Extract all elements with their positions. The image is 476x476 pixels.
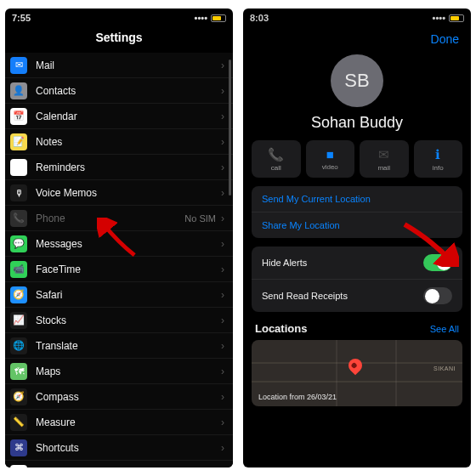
settings-row-measure[interactable]: 📏Measure› [5, 410, 233, 435]
row-label: Measure [36, 416, 221, 428]
info-action[interactable]: ℹ info [414, 140, 463, 178]
settings-row-phone[interactable]: 📞PhoneNo SIM› [5, 206, 233, 231]
call-action[interactable]: 📞 call [252, 140, 301, 178]
row-label: Contacts [36, 85, 221, 97]
row-label: FaceTime [36, 264, 221, 275]
phone-icon: 📞 [268, 147, 284, 162]
mail-icon: ✉ [378, 147, 389, 162]
status-bar: 7:55 •••• [5, 8, 233, 27]
status-bar: 8:03 •••• [243, 8, 471, 27]
row-label: Messages [36, 238, 221, 250]
action-grid: 📞 call ■ video ✉ mail ℹ info [243, 140, 471, 178]
action-label: info [433, 164, 444, 172]
options-card: Hide Alerts Send Read Receipts [252, 246, 462, 312]
send-read-toggle[interactable] [423, 287, 452, 304]
messages-icon: 💬 [10, 235, 27, 252]
battery-icon [449, 14, 464, 22]
chevron-right-icon: › [221, 212, 224, 224]
send-read-row: Send Read Receipts [252, 280, 462, 312]
chevron-right-icon: › [221, 289, 224, 301]
settings-row-notes[interactable]: 📝Notes› [5, 129, 233, 155]
avatar[interactable]: SB [331, 54, 383, 107]
row-label: Safari [36, 289, 221, 301]
status-time: 8:03 [250, 13, 269, 23]
locations-header: Locations See All [243, 322, 471, 335]
battery-icon [211, 14, 226, 22]
done-button[interactable]: Done [431, 32, 459, 46]
reminders-icon: ☑ [10, 159, 27, 176]
settings-row-stocks[interactable]: 📈Stocks› [5, 308, 233, 333]
signal-icon: •••• [195, 13, 207, 23]
row-label: Send Read Receipts [262, 291, 348, 301]
chevron-right-icon: › [221, 136, 224, 148]
settings-row-shortcuts[interactable]: ⌘Shortcuts› [5, 435, 233, 461]
chevron-right-icon: › [221, 264, 224, 275]
shortcuts-icon: ⌘ [10, 439, 27, 456]
stocks-icon: 📈 [10, 312, 27, 329]
chevron-right-icon: › [221, 366, 224, 377]
contact-phone: 8:03 •••• Done SB Sohan Buddy 📞 call ■ v… [243, 8, 471, 468]
row-detail: No SIM [184, 213, 216, 224]
page-title: Settings [5, 27, 233, 53]
chevron-right-icon: › [221, 416, 224, 428]
share-location-row[interactable]: Share My Location [252, 212, 462, 238]
settings-row-messages[interactable]: 💬Messages› [5, 231, 233, 257]
settings-row-facetime[interactable]: 📹FaceTime› [5, 257, 233, 282]
phone-icon: 📞 [10, 210, 27, 227]
translate-icon: 🌐 [10, 337, 27, 354]
health-icon: ❤ [10, 465, 27, 468]
notes-icon: 📝 [10, 133, 27, 150]
settings-row-calendar[interactable]: 📅Calendar› [5, 104, 233, 129]
row-label: Maps [36, 366, 221, 377]
hide-alerts-toggle[interactable] [423, 254, 452, 271]
row-label: Voice Memos [36, 187, 221, 199]
action-label: video [322, 163, 338, 171]
settings-row-contacts[interactable]: 👤Contacts› [5, 78, 233, 104]
settings-row-maps[interactable]: 🗺Maps› [5, 359, 233, 384]
mail-action[interactable]: ✉ mail [360, 140, 409, 178]
maps-icon: 🗺 [10, 363, 27, 380]
row-label: Phone [36, 212, 184, 224]
location-map[interactable]: SIKANI Location from 26/03/21 [252, 340, 462, 406]
video-action[interactable]: ■ video [306, 140, 355, 178]
send-location-row[interactable]: Send My Current Location [252, 186, 462, 212]
settings-row-voice-memos[interactable]: 🎙Voice Memos› [5, 180, 233, 206]
row-label: Reminders [36, 162, 221, 173]
status-time: 7:55 [12, 13, 31, 23]
chevron-right-icon: › [221, 442, 224, 454]
calendar-icon: 📅 [10, 108, 27, 125]
chevron-right-icon: › [221, 314, 224, 326]
row-label: Mail [36, 60, 221, 71]
settings-phone: 7:55 •••• Settings ✉Mail›👤Contacts›📅Cale… [5, 8, 233, 468]
action-label: mail [377, 164, 390, 172]
hide-alerts-row: Hide Alerts [252, 246, 462, 280]
settings-list[interactable]: ✉Mail›👤Contacts›📅Calendar›📝Notes›☑Remind… [5, 53, 233, 468]
signal-icon: •••• [433, 13, 445, 23]
settings-row-mail[interactable]: ✉Mail› [5, 53, 233, 78]
chevron-right-icon: › [221, 391, 224, 403]
settings-row-reminders[interactable]: ☑Reminders› [5, 155, 233, 180]
settings-row-translate[interactable]: 🌐Translate› [5, 333, 233, 359]
row-label: Translate [36, 340, 221, 352]
row-label: Hide Alerts [262, 258, 307, 268]
chevron-right-icon: › [221, 187, 224, 199]
facetime-icon: 📹 [10, 261, 27, 278]
chevron-right-icon: › [221, 85, 224, 97]
chevron-right-icon: › [221, 340, 224, 352]
voice-memos-icon: 🎙 [10, 184, 27, 201]
measure-icon: 📏 [10, 414, 27, 431]
locations-title: Locations [255, 322, 307, 335]
scroll-indicator[interactable] [229, 60, 231, 196]
row-label: Calendar [36, 110, 221, 122]
settings-row-health[interactable]: ❤Health› [5, 461, 233, 468]
row-label: Compass [36, 391, 221, 403]
row-label: Stocks [36, 314, 221, 326]
settings-row-compass[interactable]: 🧭Compass› [5, 384, 233, 410]
settings-row-safari[interactable]: 🧭Safari› [5, 282, 233, 308]
compass-icon: 🧭 [10, 388, 27, 405]
chevron-right-icon: › [221, 162, 224, 173]
video-icon: ■ [326, 147, 334, 162]
chevron-right-icon: › [221, 468, 224, 468]
row-label: Notes [36, 136, 221, 148]
see-all-link[interactable]: See All [430, 324, 459, 334]
